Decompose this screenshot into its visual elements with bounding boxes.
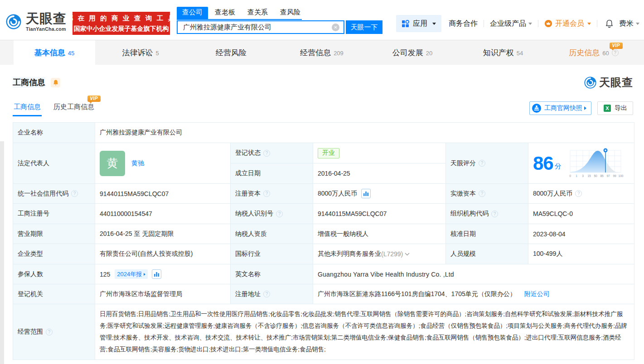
top-menu: 应用 商务合作 企业级产品 开通会员 费米 bbox=[396, 14, 639, 33]
export-button[interactable]: X 导出 bbox=[597, 101, 633, 115]
approval-date-value: 2023-08-04 bbox=[528, 224, 634, 244]
banner-line1: 都 在 用 的 商 业 查 询 工 具 bbox=[66, 13, 176, 24]
search-tab-boss[interactable]: 查老板 bbox=[215, 7, 235, 19]
credit-code-value: 91440115MA59CLQC07 bbox=[95, 184, 231, 204]
main-nav-tabs: 基本信息45 法律诉讼5 经营风险 经营信息209 公司发展20 知识产权54 … bbox=[0, 40, 644, 65]
menu-cooperation[interactable]: 商务合作 bbox=[449, 19, 478, 29]
nearby-companies-link[interactable]: 附近公司 bbox=[524, 290, 550, 298]
notification-bell-icon[interactable] bbox=[605, 19, 614, 28]
reg-number-label: 工商注册号 bbox=[13, 204, 95, 224]
search-tabs: 查公司 查老板 查关系 查风险 bbox=[177, 7, 302, 20]
subscribe-bell-icon[interactable] bbox=[51, 78, 60, 87]
search-button[interactable]: 天眼一下 bbox=[346, 20, 383, 34]
help-icon[interactable]: ? bbox=[479, 160, 485, 167]
menu-enterprise[interactable]: 企业级产品 bbox=[490, 19, 532, 29]
tab-operation-risk[interactable]: 经营风险 bbox=[186, 40, 276, 65]
menu-user[interactable]: 费米 bbox=[619, 19, 639, 29]
industry-value[interactable]: 其他未列明商务服务业(L7299) bbox=[313, 244, 446, 264]
tianyancha-logo[interactable]: 天眼查 TianYanCha.com bbox=[6, 12, 67, 32]
taxpayer-quality-value: 增值税一般纳税人 bbox=[313, 224, 446, 244]
search-tab-risk[interactable]: 查风险 bbox=[280, 7, 300, 19]
insured-chart-icon[interactable] bbox=[152, 269, 161, 279]
tab-legal-proceedings[interactable]: 法律诉讼5 bbox=[95, 40, 186, 65]
content: 工商信息 天眼查 工商信息 历史工商信息 VIP 工商官网快照 X bbox=[0, 77, 644, 360]
svg-text:85: 85 bbox=[600, 174, 604, 177]
apps-caret-icon bbox=[432, 23, 436, 25]
crown-icon bbox=[544, 19, 552, 28]
chevron-down-icon bbox=[405, 253, 410, 256]
svg-text:50: 50 bbox=[594, 174, 597, 177]
help-icon[interactable]: ? bbox=[263, 291, 270, 297]
reg-number-value: 440110000154547 bbox=[95, 204, 231, 224]
svg-text:100: 100 bbox=[618, 174, 623, 177]
legal-rep-avatar[interactable]: 黄 bbox=[100, 151, 125, 176]
search-area: 查公司 查老板 查关系 查风险 广州雅拉源健康产业有限公司 ✕ 天眼一下 bbox=[177, 7, 383, 34]
svg-text:3: 3 bbox=[582, 174, 584, 177]
registry-value: 广州市海珠区市场监督管理局 bbox=[95, 284, 231, 304]
tab-basic-info[interactable]: 基本信息45 bbox=[14, 40, 95, 65]
menu-vip[interactable]: 开通会员 bbox=[544, 19, 591, 29]
tab-operation-info[interactable]: 经营信息209 bbox=[276, 40, 367, 65]
reg-capital-label: 注册资本? bbox=[231, 184, 313, 204]
search-tab-relation[interactable]: 查关系 bbox=[247, 7, 268, 19]
tab-history-info[interactable]: VIP 历史信息60 ? bbox=[548, 40, 639, 65]
clear-icon[interactable]: ✕ bbox=[332, 24, 339, 31]
enterprise-caret-icon bbox=[528, 23, 532, 25]
help-icon[interactable]: ? bbox=[479, 190, 485, 197]
subtab-business-info[interactable]: 工商信息 bbox=[14, 88, 41, 116]
subtab-history-business-info[interactable]: 历史工商信息 VIP bbox=[53, 88, 94, 116]
help-icon[interactable]: ? bbox=[276, 211, 283, 217]
official-snapshot-button[interactable]: 工商官网快照 bbox=[529, 101, 591, 115]
reg-status-value: 开业 bbox=[313, 143, 446, 163]
taxpayer-quality-label: 纳税人资质 bbox=[231, 224, 313, 244]
tianyancha-logo-icon bbox=[6, 14, 21, 29]
logo-title: 天眼查 bbox=[26, 12, 67, 25]
vip-badge: VIP bbox=[87, 96, 101, 102]
svg-text:97: 97 bbox=[606, 174, 610, 177]
help-icon[interactable]: ? bbox=[263, 190, 270, 197]
reg-status-label: 登记状态? bbox=[231, 143, 313, 163]
promo-banner: 都 在 用 的 商 业 查 询 工 具 国家中小企业发展子基金旗下机构 bbox=[73, 12, 170, 35]
help-icon[interactable]: ? bbox=[263, 150, 270, 157]
search-input[interactable]: 广州雅拉源健康产业有限公司 ✕ bbox=[177, 20, 344, 34]
svg-text:1: 1 bbox=[576, 174, 577, 177]
staff-size-label: 人员规模 bbox=[446, 244, 528, 264]
apps-grid-icon bbox=[402, 20, 409, 28]
search-input-value: 广州雅拉源健康产业有限公司 bbox=[183, 23, 332, 32]
reg-capital-value: 8000万人民币 bbox=[313, 184, 446, 204]
establish-date-value: 2016-04-25 bbox=[313, 163, 446, 184]
score-label: 天眼评分? bbox=[446, 143, 528, 184]
score-value[interactable]: 86 分 0 bbox=[528, 143, 634, 184]
apps-menu[interactable]: 应用 bbox=[396, 15, 441, 32]
establish-date-label: 成立日期 bbox=[231, 163, 313, 184]
insured-label: 参保人数 bbox=[13, 264, 95, 284]
business-term-label: 营业期限 bbox=[13, 224, 95, 244]
scope-value: 日用百货销售;日用品销售;卫生用品和一次性使用医疗用品销售;化妆品零售;化妆品批… bbox=[95, 304, 634, 360]
company-name-label: 企业名称 bbox=[13, 123, 95, 143]
help-icon[interactable]: ? bbox=[71, 190, 78, 197]
taxpayer-id-value: 91440115MA59CLQC07 bbox=[313, 204, 446, 224]
company-name-value: 广州雅拉源健康产业有限公司 bbox=[95, 123, 634, 143]
legal-rep-name-link[interactable]: 黄驰 bbox=[131, 159, 144, 168]
brand-logo-icon bbox=[584, 77, 596, 89]
paid-capital-value: 8000万人民币? bbox=[528, 184, 634, 204]
search-tab-company[interactable]: 查公司 bbox=[177, 7, 208, 19]
help-icon[interactable]: ? bbox=[46, 329, 53, 335]
score-distribution-chart: 0 1 3 15 50 85 97 99 100 bbox=[569, 147, 625, 180]
industry-label: 国标行业 bbox=[231, 244, 313, 264]
capital-chart-icon[interactable] bbox=[361, 189, 371, 198]
brand-logo: 天眼查 bbox=[584, 75, 633, 90]
paid-capital-label: 实缴资本? bbox=[446, 184, 528, 204]
svg-text:0: 0 bbox=[569, 174, 571, 177]
tab-intellectual-property[interactable]: 知识产权54 bbox=[458, 40, 548, 65]
annual-report-chip[interactable]: 2024年报 bbox=[115, 269, 148, 279]
banner-line2: 国家中小企业发展子基金旗下机构 bbox=[74, 24, 169, 34]
english-name-label: 英文名称 bbox=[231, 264, 313, 284]
tab-company-development[interactable]: 公司发展20 bbox=[367, 40, 458, 65]
vip-badge: VIP bbox=[610, 43, 623, 49]
address-value: 广州市海珠区新港东路1166号101房自编1704、1705单元（仅限办公）附近… bbox=[313, 284, 634, 304]
vip-caret-icon bbox=[587, 23, 591, 25]
help-icon[interactable]: ? bbox=[575, 190, 582, 197]
help-icon[interactable]: ? bbox=[491, 211, 498, 217]
legal-rep-value: 黄 黄驰 bbox=[95, 143, 231, 184]
